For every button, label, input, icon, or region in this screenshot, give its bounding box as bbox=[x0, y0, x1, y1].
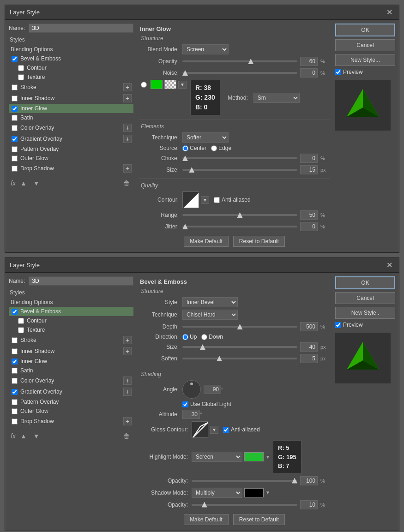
direction-down-radio2[interactable] bbox=[201, 334, 207, 340]
outer-glow-checkbox2[interactable] bbox=[12, 408, 18, 414]
depth-input2[interactable] bbox=[300, 322, 318, 331]
shadow-opacity-slider2[interactable] bbox=[192, 504, 297, 506]
stroke-checkbox2[interactable] bbox=[12, 337, 18, 343]
style-stroke2[interactable]: Stroke + bbox=[9, 335, 133, 346]
inner-glow-checkbox2[interactable] bbox=[12, 359, 18, 365]
drop-shadow-add2[interactable]: + bbox=[123, 417, 132, 425]
contour-checkbox2[interactable] bbox=[18, 318, 24, 324]
inner-shadow-add2[interactable]: + bbox=[123, 347, 132, 355]
gradient-swatch1[interactable] bbox=[164, 80, 176, 89]
blend-mode-select1[interactable]: Screen Normal Multiply bbox=[182, 44, 229, 54]
angle-dial2[interactable] bbox=[182, 380, 201, 399]
style-satin2[interactable]: Satin bbox=[9, 366, 133, 375]
range-slider1[interactable] bbox=[182, 214, 297, 216]
satin-checkbox2[interactable] bbox=[12, 368, 18, 374]
contour-dropdown-arrow1[interactable]: ▼ bbox=[201, 196, 209, 204]
choke-slider1[interactable] bbox=[182, 157, 297, 159]
down-btn2[interactable]: ▼ bbox=[31, 431, 42, 441]
highlight-opacity-slider2[interactable] bbox=[192, 480, 297, 482]
style-gradient-overlay2[interactable]: Gradient Overlay + bbox=[9, 386, 133, 397]
depth-slider2[interactable] bbox=[182, 326, 297, 328]
source-edge-radio1[interactable] bbox=[211, 145, 217, 151]
color-swatch1[interactable] bbox=[151, 80, 163, 89]
color-dropdown-arrow1[interactable]: ▼ bbox=[178, 81, 187, 89]
size-input1[interactable] bbox=[300, 165, 318, 174]
gradient-overlay-add2[interactable]: + bbox=[123, 388, 132, 396]
style-pattern-overlay1[interactable]: Pattern Overlay bbox=[9, 144, 133, 154]
opacity-input1[interactable] bbox=[300, 57, 318, 66]
inner-glow-checkbox1[interactable] bbox=[12, 106, 18, 112]
close-button1[interactable]: ✕ bbox=[385, 8, 394, 17]
color-overlay-add1[interactable]: + bbox=[123, 124, 132, 132]
gradient-overlay-checkbox2[interactable] bbox=[12, 389, 18, 395]
soften-slider2[interactable] bbox=[182, 358, 297, 359]
inner-shadow-add1[interactable]: + bbox=[123, 94, 132, 102]
style-select2[interactable]: Inner Bevel Outer Bevel Emboss bbox=[182, 297, 238, 307]
name-input1[interactable] bbox=[29, 24, 133, 33]
stroke-checkbox1[interactable] bbox=[12, 84, 18, 90]
make-default-btn1[interactable]: Make Default bbox=[184, 236, 229, 247]
color-overlay-add2[interactable]: + bbox=[123, 377, 132, 385]
trash-btn1[interactable]: 🗑 bbox=[121, 179, 132, 188]
technique-select2[interactable]: Chisel Hard Chisel Soft Smooth bbox=[182, 310, 238, 320]
style-stroke1[interactable]: Stroke + bbox=[9, 82, 133, 93]
gloss-dropdown-arrow2[interactable]: ▼ bbox=[210, 426, 218, 434]
pattern-overlay-checkbox1[interactable] bbox=[12, 146, 18, 152]
stroke-add1[interactable]: + bbox=[123, 83, 132, 91]
close-button2[interactable]: ✕ bbox=[385, 261, 394, 269]
new-style-btn2[interactable]: New Style . bbox=[335, 307, 395, 319]
style-inner-glow1[interactable]: Inner Glow bbox=[9, 104, 133, 113]
source-center-radio1[interactable] bbox=[182, 145, 188, 151]
texture-checkbox1[interactable] bbox=[18, 74, 24, 80]
global-light-checkbox2[interactable] bbox=[182, 401, 188, 407]
color-radio1[interactable] bbox=[141, 82, 147, 88]
noise-slider1[interactable] bbox=[182, 72, 297, 74]
blending-options2[interactable]: Blending Options bbox=[9, 298, 133, 307]
new-style-btn1[interactable]: New Style... bbox=[335, 54, 395, 66]
outer-glow-checkbox1[interactable] bbox=[12, 155, 18, 161]
highlight-opacity-input2[interactable] bbox=[300, 476, 318, 485]
choke-input1[interactable] bbox=[300, 154, 318, 163]
drop-shadow-add1[interactable]: + bbox=[123, 164, 132, 173]
style-outer-glow1[interactable]: Outer Glow bbox=[9, 154, 133, 163]
style-outer-glow2[interactable]: Outer Glow bbox=[9, 406, 133, 416]
stroke-add2[interactable]: + bbox=[123, 336, 132, 344]
pattern-overlay-checkbox2[interactable] bbox=[12, 399, 18, 405]
color-overlay-checkbox1[interactable] bbox=[12, 125, 18, 131]
trash-btn2[interactable]: 🗑 bbox=[121, 431, 132, 441]
drop-shadow-checkbox2[interactable] bbox=[12, 418, 18, 424]
cancel-btn1[interactable]: Cancel bbox=[335, 39, 395, 51]
inner-shadow-checkbox1[interactable] bbox=[12, 96, 18, 102]
cancel-btn2[interactable]: Cancel bbox=[335, 292, 395, 304]
shadow-opacity-input2[interactable] bbox=[300, 500, 318, 509]
technique-select1[interactable]: Softer Precise bbox=[182, 132, 229, 143]
bevel-checkbox2[interactable] bbox=[12, 309, 18, 315]
jitter-input1[interactable] bbox=[300, 222, 318, 231]
size-slider1[interactable] bbox=[182, 169, 297, 171]
ok-btn2[interactable]: OK bbox=[335, 276, 395, 289]
color-overlay-checkbox2[interactable] bbox=[12, 378, 18, 384]
range-input1[interactable] bbox=[300, 210, 318, 220]
blending-options1[interactable]: Blending Options bbox=[9, 45, 133, 54]
anti-aliased-checkbox1[interactable] bbox=[214, 197, 220, 203]
style-contour1[interactable]: Contour bbox=[9, 63, 133, 72]
anti-aliased-checkbox2[interactable] bbox=[223, 427, 229, 433]
satin-checkbox1[interactable] bbox=[12, 115, 18, 121]
drop-shadow-checkbox1[interactable] bbox=[12, 166, 18, 172]
make-default-btn2[interactable]: Make Default bbox=[184, 514, 229, 525]
style-color-overlay1[interactable]: Color Overlay + bbox=[9, 122, 133, 133]
reset-default-btn2[interactable]: Reset to Default bbox=[233, 514, 285, 525]
preview-checkbox1[interactable] bbox=[335, 69, 341, 75]
down-btn1[interactable]: ▼ bbox=[31, 179, 42, 188]
style-inner-glow2[interactable]: Inner Glow bbox=[9, 357, 133, 366]
style-bevel2[interactable]: Bevel & Emboss bbox=[9, 307, 133, 316]
style-color-overlay2[interactable]: Color Overlay + bbox=[9, 375, 133, 386]
texture-checkbox2[interactable] bbox=[18, 327, 24, 333]
soften-input2[interactable] bbox=[300, 354, 318, 363]
style-texture2[interactable]: Texture bbox=[9, 325, 133, 335]
gradient-overlay-add1[interactable]: + bbox=[123, 135, 132, 143]
shadow-mode-select2[interactable]: Multiply Normal bbox=[192, 488, 242, 498]
style-bevel1[interactable]: Bevel & Emboss bbox=[9, 54, 133, 63]
angle-input2[interactable] bbox=[204, 385, 221, 394]
style-drop-shadow2[interactable]: Drop Shadow + bbox=[9, 416, 133, 427]
